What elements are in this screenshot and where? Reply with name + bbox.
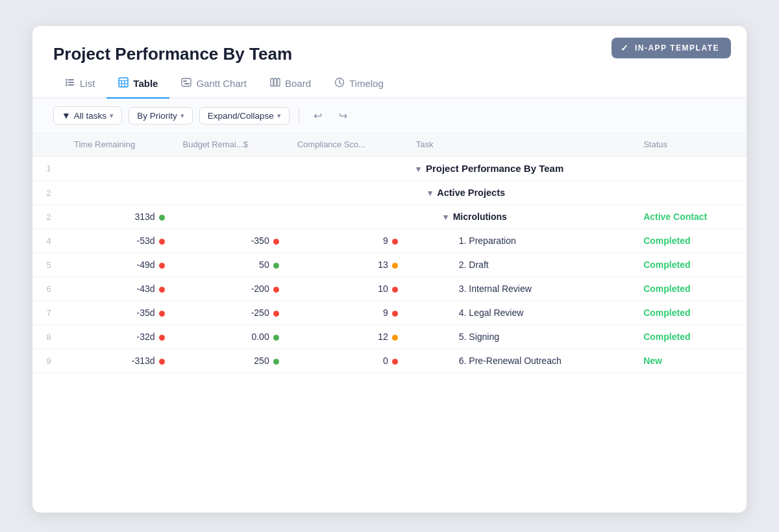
table-row: 4-53d-35091. PreparationCompleted: [32, 229, 747, 253]
table-row: 2▾ Active Projects: [32, 181, 747, 205]
expand-icon: ▾: [428, 188, 432, 198]
time-remaining-cell: -53d: [65, 229, 174, 253]
status-cell: Completed: [634, 325, 747, 349]
toolbar-divider: [299, 108, 299, 123]
expand-icon: ▾: [416, 164, 421, 174]
expand-icon: ▾: [443, 212, 448, 222]
row-num-cell: 8: [32, 325, 65, 349]
budget-cell: -350: [174, 229, 288, 253]
task-cell: 4. Legal Review: [407, 301, 634, 325]
tab-table[interactable]: Table: [106, 69, 169, 99]
tab-timelog-label: Timelog: [349, 78, 384, 89]
col-compliance-score: Compliance Sco...: [288, 133, 407, 156]
toolbar: ▼ All tasks ▾ By Priority ▾ Expand/Colla…: [32, 99, 747, 133]
group-button[interactable]: By Priority ▾: [129, 107, 193, 125]
budget-cell: -200: [174, 277, 288, 301]
budget-cell: -250: [174, 301, 288, 325]
tab-board-label: Board: [285, 78, 311, 89]
svg-rect-6: [119, 78, 128, 87]
table-icon: [118, 77, 129, 90]
budget-cell: [174, 205, 288, 229]
compliance-cell: 0: [288, 349, 407, 373]
compliance-cell: [288, 181, 407, 205]
in-app-template-badge: ✓ IN-APP TEMPLATE: [612, 38, 731, 58]
table-body: 1▾ Project Performance By Team2▾ Active …: [32, 156, 747, 373]
budget-cell: [174, 181, 288, 205]
row-num-cell: 5: [32, 253, 65, 277]
budget-cell: 250: [174, 349, 288, 373]
svg-point-5: [66, 84, 68, 86]
time-remaining-cell: -43d: [65, 277, 174, 301]
filter-button[interactable]: ▼ All tasks ▾: [53, 106, 122, 125]
table-row: 9-313d25006. Pre-Renewal OutreachNew: [32, 349, 747, 373]
table-row: 8-32d0.00125. SigningCompleted: [32, 325, 747, 349]
filter-icon: ▼: [62, 110, 71, 121]
list-icon: [65, 77, 75, 90]
status-cell: Completed: [634, 253, 747, 277]
task-cell: 6. Pre-Renewal Outreach: [407, 349, 634, 373]
compliance-cell: 10: [288, 277, 407, 301]
group-chevron: ▾: [180, 112, 184, 120]
col-status: Status: [634, 133, 747, 156]
time-remaining-cell: -49d: [65, 253, 174, 277]
redo-button[interactable]: ↪: [334, 107, 352, 125]
col-num: [32, 133, 65, 156]
compliance-cell: [288, 205, 407, 229]
svg-rect-14: [271, 79, 273, 86]
row-num-cell: 4: [32, 229, 65, 253]
collapse-button[interactable]: Expand/Collapse ▾: [199, 107, 290, 125]
tab-gantt-label: Gantt Chart: [196, 78, 247, 89]
status-cell: Completed: [634, 301, 747, 325]
col-time-remaining: Time Remaining: [65, 133, 174, 156]
task-cell: 2. Draft: [407, 253, 634, 277]
task-cell: ▾ Project Performance By Team: [407, 156, 634, 181]
tab-board[interactable]: Board: [258, 69, 323, 99]
row-num-cell: 7: [32, 301, 65, 325]
task-cell: ▾ Active Projects: [407, 181, 634, 205]
time-remaining-cell: -32d: [65, 325, 174, 349]
time-remaining-cell: -313d: [65, 349, 174, 373]
status-cell: Completed: [634, 229, 747, 253]
status-cell: [634, 181, 747, 205]
col-task: Task: [407, 133, 634, 156]
compliance-cell: 12: [288, 325, 407, 349]
tab-list[interactable]: List: [53, 69, 106, 99]
task-cell: ▾ Microlutions: [407, 205, 634, 229]
budget-cell: 0.00: [174, 325, 288, 349]
table-row: 1▾ Project Performance By Team: [32, 156, 747, 181]
svg-rect-16: [277, 79, 280, 86]
table-row: 5-49d50132. DraftCompleted: [32, 253, 747, 277]
tab-timelog[interactable]: Timelog: [323, 69, 395, 99]
collapse-label: Expand/Collapse: [208, 111, 274, 121]
col-budget-remaining: Budget Remai...$: [174, 133, 288, 156]
timelog-icon: [334, 77, 345, 90]
status-cell: [634, 156, 747, 181]
data-table: Time Remaining Budget Remai...$ Complian…: [32, 133, 747, 373]
tab-gantt[interactable]: Gantt Chart: [169, 69, 258, 99]
svg-rect-13: [184, 83, 190, 84]
compliance-cell: 9: [288, 301, 407, 325]
svg-point-4: [66, 82, 68, 84]
tabs-bar: List Table Gantt: [32, 69, 747, 99]
row-num-cell: 2: [32, 181, 65, 205]
group-label: By Priority: [137, 111, 177, 121]
table-wrap: Time Remaining Budget Remai...$ Complian…: [32, 133, 747, 373]
row-num-cell: 2: [32, 205, 65, 229]
check-icon: ✓: [621, 43, 630, 53]
main-card: ✓ IN-APP TEMPLATE Project Performance By…: [32, 26, 747, 513]
status-cell: Active Contact: [634, 205, 747, 229]
time-remaining-cell: [65, 181, 174, 205]
task-cell: 1. Preparation: [407, 229, 634, 253]
undo-button[interactable]: ↩: [308, 107, 327, 125]
svg-line-19: [340, 83, 341, 84]
time-remaining-cell: 313d: [65, 205, 174, 229]
filter-chevron: ▾: [110, 112, 114, 120]
svg-point-3: [66, 79, 68, 81]
row-num-cell: 6: [32, 277, 65, 301]
svg-rect-11: [182, 79, 191, 86]
collapse-chevron: ▾: [277, 112, 281, 120]
gantt-icon: [181, 77, 192, 90]
tab-list-label: List: [80, 78, 95, 89]
row-num-cell: 9: [32, 349, 65, 373]
svg-rect-12: [183, 80, 187, 82]
